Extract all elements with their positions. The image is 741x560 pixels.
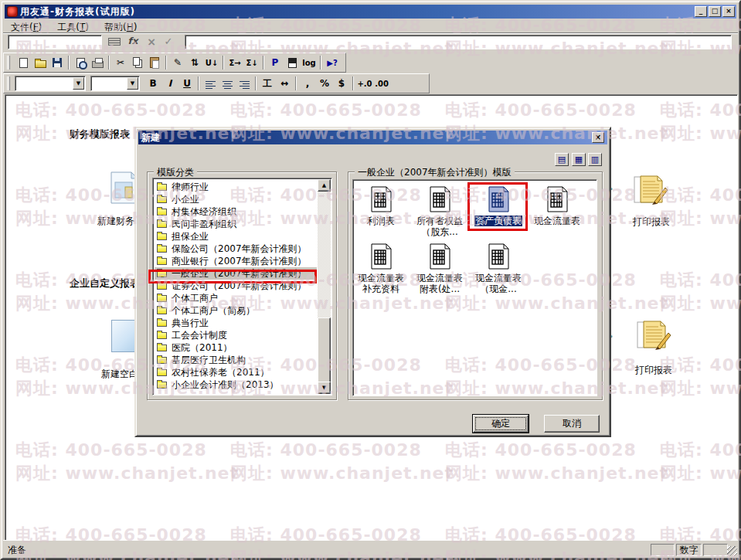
category-item[interactable]: 医院（2011） — [155, 341, 317, 354]
save-icon[interactable] — [49, 55, 66, 70]
category-item[interactable]: 典当行业 — [155, 317, 317, 329]
size-combo[interactable]: ▼ — [90, 76, 140, 91]
underline-button[interactable]: U — [178, 76, 195, 91]
category-item[interactable]: 个体工商户（简易） — [155, 304, 317, 317]
comma-style-icon[interactable]: , — [299, 76, 316, 91]
category-item[interactable]: 一般企业（2007年新会计准则） — [155, 267, 317, 280]
template-label: 现金流量表 — [474, 273, 522, 283]
folder-icon — [157, 270, 167, 277]
row-height-icon[interactable]: 工 — [259, 76, 276, 91]
format-painter-icon[interactable]: ✎ — [169, 55, 186, 70]
menu-item-help[interactable]: 帮助(H) — [100, 20, 141, 32]
sum-across-icon[interactable]: Σ→ — [226, 55, 243, 70]
close-button[interactable]: × — [722, 6, 735, 17]
confirm-entry-icon[interactable]: ✓ — [161, 36, 176, 49]
font-combo[interactable]: ▼ — [15, 76, 86, 91]
status-panel-num: 数字 — [676, 544, 702, 556]
category-scrollbar[interactable]: ▲ ▼ — [318, 179, 331, 394]
category-label: 商业银行（2007年新会计准则） — [172, 255, 307, 268]
context-help-icon[interactable]: ▶? — [324, 55, 341, 70]
scroll-down-icon[interactable]: ▼ — [318, 382, 331, 394]
scroll-up-icon[interactable]: ▲ — [318, 179, 331, 192]
menu-item-tools[interactable]: 工具(T) — [53, 20, 93, 32]
print-preview-icon[interactable] — [72, 55, 89, 70]
category-item[interactable]: 担保企业 — [155, 230, 317, 243]
align-left-icon[interactable] — [202, 76, 219, 91]
fx-icon[interactable]: fx — [125, 36, 141, 49]
toolbar-drag-handle[interactable] — [7, 56, 10, 70]
italic-button[interactable]: I — [161, 76, 178, 91]
template-item[interactable]: 现金流量表 — [529, 186, 585, 226]
data-refresh-icon[interactable]: ⇅ — [186, 55, 203, 70]
print-report-icon-2[interactable] — [637, 320, 672, 355]
category-item[interactable]: 农村社保养老（2011） — [155, 366, 317, 378]
category-item[interactable]: 小企业 — [155, 193, 317, 205]
template-item[interactable]: 利润表 — [353, 186, 409, 226]
minimize-button[interactable]: _ — [695, 6, 707, 17]
category-item[interactable]: 民间非盈利组织 — [155, 218, 317, 230]
log-icon[interactable]: log — [301, 55, 318, 70]
spreadsheet-icon — [369, 243, 393, 270]
folder-icon — [157, 209, 167, 216]
category-label: 个体工商户（简易） — [172, 304, 255, 317]
chevron-down-icon[interactable]: ▼ — [127, 77, 138, 90]
sheet-icon[interactable] — [284, 55, 301, 70]
sum-down-icon[interactable]: Σ↓ — [243, 55, 260, 70]
category-item[interactable]: 证券公司（2007年新会计准则） — [155, 280, 317, 292]
toolbar-drag-handle[interactable] — [7, 76, 10, 90]
maximize-button[interactable]: □ — [709, 6, 721, 17]
page-setup-icon[interactable]: P — [267, 55, 284, 70]
cancel-button[interactable]: 取消 — [544, 415, 600, 433]
align-center-icon[interactable] — [219, 76, 236, 91]
category-label: 民间非盈利组织 — [172, 218, 236, 231]
bold-button[interactable]: B — [144, 76, 161, 91]
formula-input[interactable] — [185, 35, 732, 49]
print-report-icon-1[interactable] — [634, 175, 669, 209]
currency-style-icon[interactable]: $ — [333, 76, 350, 91]
print-icon[interactable] — [89, 55, 106, 70]
menu-item-file[interactable]: 文件(F) — [6, 20, 46, 32]
new-template-dialog: 新建 × ▤ ▦ ▥ 模版分类 律师行业小企业村集体经济组织民间非盈利组织担保企… — [134, 127, 611, 437]
template-item[interactable]: 现金流量表（现金... — [471, 243, 526, 294]
cut-icon[interactable]: ✂ — [112, 55, 129, 70]
keyboard-icon[interactable] — [107, 36, 122, 49]
category-item[interactable]: 工会会计制度 — [155, 329, 317, 341]
category-item[interactable]: 商业银行（2007年新会计准则） — [155, 255, 317, 267]
percent-style-icon[interactable]: % — [316, 76, 333, 91]
add-decimal-icon[interactable]: +.0 — [356, 76, 373, 91]
template-item[interactable]: 现金流量表补充资料 — [353, 243, 409, 294]
open-icon[interactable] — [32, 55, 49, 70]
category-item[interactable]: 保险公司（2007年新会计准则） — [155, 243, 317, 255]
remove-decimal-icon[interactable]: .00 — [373, 76, 390, 91]
ok-button[interactable]: 确定 — [473, 415, 529, 433]
cancel-entry-icon[interactable]: × — [144, 36, 159, 49]
category-item[interactable]: 村集体经济组织 — [155, 205, 317, 218]
template-item[interactable]: 资产负债表 — [471, 186, 526, 226]
toolbar-separator — [165, 56, 167, 70]
resize-grip[interactable] — [727, 546, 737, 556]
print-report-label-2[interactable]: 打印报表 — [635, 364, 672, 377]
template-item[interactable]: 所有者权益（股东... — [412, 186, 467, 237]
scroll-thumb[interactable] — [318, 317, 331, 384]
print-report-label-1[interactable]: 打印报表 — [633, 216, 670, 229]
chevron-down-icon[interactable]: ▼ — [73, 77, 84, 90]
copy-icon[interactable] — [129, 55, 146, 70]
category-item[interactable]: 小企业会计准则（2013） — [155, 378, 317, 391]
col-width-icon[interactable]: ↔ — [276, 76, 293, 91]
category-item[interactable]: 个体工商户 — [155, 292, 317, 304]
sort-icon[interactable]: U↓ — [203, 55, 220, 70]
template-item[interactable]: 现金流量表附表(处... — [412, 243, 467, 294]
dialog-close-button[interactable]: × — [592, 132, 604, 143]
toolbar-separator — [108, 56, 110, 70]
app-icon — [7, 6, 18, 17]
name-box-input[interactable] — [8, 35, 102, 49]
new-icon[interactable] — [15, 55, 32, 70]
view-small-icons-button[interactable]: ▦ — [572, 153, 586, 166]
view-list-button[interactable]: ▥ — [588, 153, 602, 166]
category-item[interactable]: 律师行业 — [155, 181, 317, 193]
view-large-icons-button[interactable]: ▤ — [555, 153, 569, 166]
paste-icon[interactable] — [146, 55, 163, 70]
align-right-icon[interactable] — [236, 76, 253, 91]
category-item[interactable]: 基层医疗卫生机构 — [155, 354, 317, 366]
spreadsheet-icon — [428, 186, 451, 212]
